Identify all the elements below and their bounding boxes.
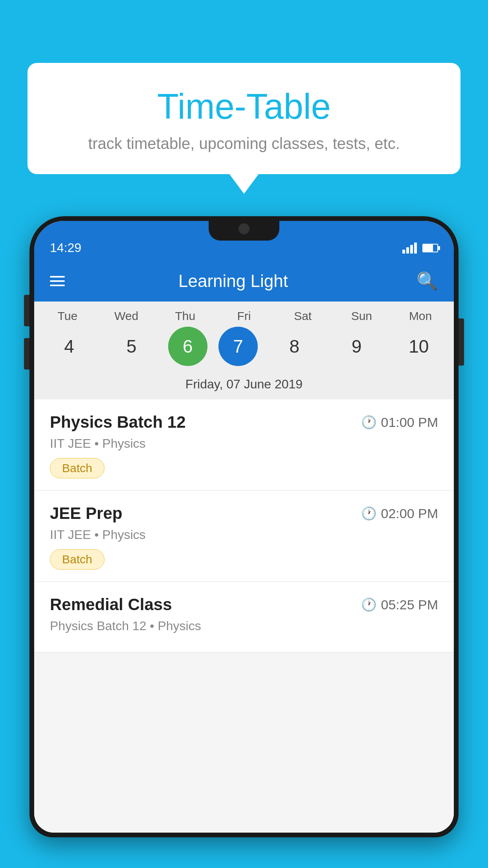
schedule-item-title-2: JEE Prep (50, 504, 122, 523)
schedule-item-time-value-2: 02:00 PM (381, 506, 438, 521)
day-header-sun: Sun (336, 309, 387, 323)
phone-camera (238, 223, 250, 234)
day-numbers: 4 5 6 7 8 9 10 (38, 327, 450, 366)
status-icons (402, 243, 438, 254)
schedule-item-header-3: Remedial Class 🕐 05:25 PM (50, 595, 438, 614)
phone-container: 14:29 (29, 216, 459, 868)
search-icon[interactable]: 🔍 (416, 271, 438, 291)
schedule-item-subtitle-1: IIT JEE • Physics (50, 436, 438, 451)
phone-button-volume-down (24, 338, 29, 370)
batch-tag-2: Batch (50, 549, 105, 570)
speech-bubble: Time-Table track timetable, upcoming cla… (28, 63, 460, 174)
schedule-item-remedial-class[interactable]: Remedial Class 🕐 05:25 PM Physics Batch … (34, 582, 454, 653)
schedule-item-time-value-3: 05:25 PM (381, 597, 438, 612)
status-time: 14:29 (50, 241, 81, 255)
speech-bubble-container: Time-Table track timetable, upcoming cla… (28, 63, 460, 174)
day-headers: Tue Wed Thu Fri Sat Sun Mon (38, 309, 450, 323)
phone-button-power (459, 318, 464, 366)
schedule-item-subtitle-2: IIT JEE • Physics (50, 528, 438, 542)
clock-icon-3: 🕐 (361, 597, 377, 612)
day-header-fri: Fri (218, 309, 270, 323)
schedule-item-header-1: Physics Batch 12 🕐 01:00 PM (50, 413, 438, 432)
day-5[interactable]: 5 (106, 327, 157, 366)
battery-icon (422, 244, 438, 252)
calendar-strip: Tue Wed Thu Fri Sat Sun Mon 4 5 6 7 8 9 … (34, 302, 454, 399)
day-header-tue: Tue (42, 309, 93, 323)
day-7-selected[interactable]: 7 (218, 327, 258, 366)
schedule-item-title-3: Remedial Class (50, 595, 172, 614)
hamburger-menu-icon[interactable] (50, 276, 65, 286)
batch-tag-1: Batch (50, 458, 105, 478)
clock-icon-2: 🕐 (361, 506, 377, 521)
bubble-title: Time-Table (43, 86, 445, 127)
schedule-item-time-2: 🕐 02:00 PM (361, 506, 438, 521)
app-bar: Learning Light 🔍 (34, 261, 454, 302)
day-header-thu: Thu (160, 309, 211, 323)
day-8[interactable]: 8 (269, 327, 320, 366)
schedule-item-header-2: JEE Prep 🕐 02:00 PM (50, 504, 438, 523)
schedule-item-physics-batch-12[interactable]: Physics Batch 12 🕐 01:00 PM IIT JEE • Ph… (34, 399, 454, 491)
day-header-sat: Sat (277, 309, 328, 323)
schedule-list: Physics Batch 12 🕐 01:00 PM IIT JEE • Ph… (34, 399, 454, 833)
phone-button-volume-up (24, 295, 29, 326)
day-4[interactable]: 4 (44, 327, 95, 366)
day-10[interactable]: 10 (393, 327, 444, 366)
schedule-item-time-value-1: 01:00 PM (381, 415, 438, 430)
schedule-item-subtitle-3: Physics Batch 12 • Physics (50, 619, 438, 633)
day-header-mon: Mon (395, 309, 446, 323)
selected-date-label: Friday, 07 June 2019 (38, 371, 450, 399)
clock-icon-1: 🕐 (361, 415, 377, 430)
signal-bars-icon (402, 243, 417, 254)
day-9[interactable]: 9 (331, 327, 382, 366)
schedule-item-title-1: Physics Batch 12 (50, 413, 186, 432)
phone-frame: 14:29 (29, 216, 459, 837)
schedule-item-time-1: 🕐 01:00 PM (361, 415, 438, 430)
day-6-today[interactable]: 6 (168, 327, 207, 366)
day-header-wed: Wed (101, 309, 152, 323)
schedule-item-jee-prep[interactable]: JEE Prep 🕐 02:00 PM IIT JEE • Physics Ba… (34, 491, 454, 582)
app-title: Learning Light (65, 271, 402, 291)
schedule-item-time-3: 🕐 05:25 PM (361, 597, 438, 612)
phone-screen: 14:29 (34, 221, 454, 833)
bubble-subtitle: track timetable, upcoming classes, tests… (43, 135, 445, 153)
